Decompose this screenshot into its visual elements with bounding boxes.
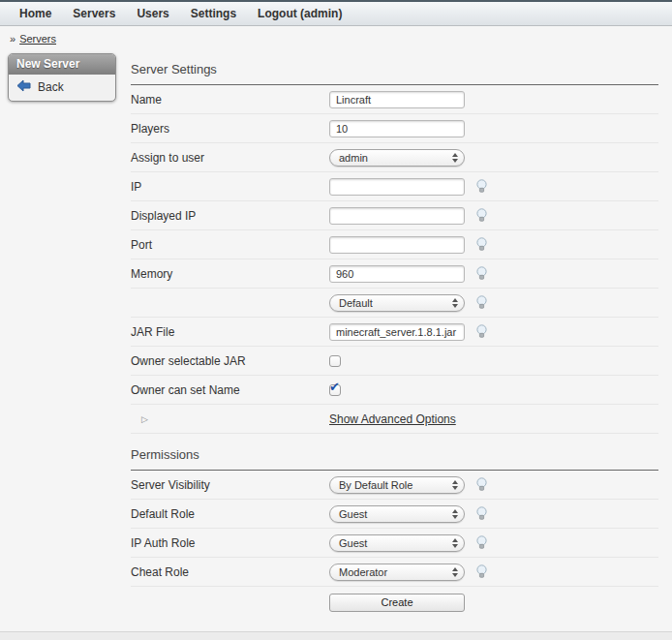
ip-input[interactable] [329, 178, 465, 196]
jar-file-label: JAR File [131, 325, 329, 339]
sidebar-back-label: Back [38, 80, 64, 94]
jar-file-help-lightbulb-icon[interactable] [475, 324, 488, 339]
ip-auth-role-help-lightbulb-icon[interactable] [475, 535, 488, 550]
default-role-select[interactable]: Guest [329, 505, 465, 523]
top-navbar: Home Servers Users Settings Logout (admi… [0, 0, 672, 26]
jar-file-input[interactable] [329, 323, 465, 341]
row-cheat-role: Cheat Role Moderator [131, 558, 658, 587]
row-assign-user: Assign to user admin [131, 143, 658, 172]
bottom-strip [0, 631, 672, 640]
jar-type-help-lightbulb-icon[interactable] [475, 295, 488, 310]
row-memory: Memory [131, 259, 658, 289]
owner-can-set-name-label: Owner can set Name [131, 383, 329, 397]
row-advanced-options: ▷ Show Advanced Options [131, 405, 658, 434]
nav-item-settings[interactable]: Settings [180, 7, 247, 20]
displayed-ip-input[interactable] [329, 207, 465, 225]
sidebar: New Server Back [0, 48, 131, 618]
owner-selectable-jar-checkbox[interactable] [329, 355, 341, 367]
memory-help-lightbulb-icon[interactable] [475, 266, 488, 281]
assign-user-label: Assign to user [131, 151, 329, 165]
ip-auth-role-label: IP Auth Role [131, 536, 329, 550]
row-players: Players [131, 114, 658, 143]
jar-type-selected-value: Default [339, 297, 452, 309]
server-visibility-help-lightbulb-icon[interactable] [475, 477, 488, 492]
owner-selectable-jar-label: Owner selectable JAR [131, 354, 329, 368]
disclosure-triangle-icon[interactable]: ▷ [131, 414, 329, 424]
jar-type-select[interactable]: Default [329, 294, 465, 312]
server-settings-heading: Server Settings [131, 62, 658, 76]
ip-label: IP [131, 180, 329, 194]
memory-input[interactable] [329, 265, 465, 283]
displayed-ip-label: Displayed IP [131, 209, 329, 223]
nav-item-logout[interactable]: Logout (admin) [247, 7, 352, 20]
default-role-help-lightbulb-icon[interactable] [475, 506, 488, 521]
nav-item-servers[interactable]: Servers [62, 7, 126, 20]
row-owner-selectable-jar: Owner selectable JAR [131, 347, 658, 376]
select-arrows-icon [452, 480, 458, 490]
port-help-lightbulb-icon[interactable] [475, 237, 488, 252]
port-input[interactable] [329, 236, 465, 254]
assign-user-selected-value: admin [339, 152, 452, 164]
ip-auth-role-select[interactable]: Guest [329, 534, 465, 552]
assign-user-select[interactable]: admin [329, 149, 465, 167]
row-ip: IP [131, 172, 658, 201]
main-content: Server Settings Name Players Assign to u… [131, 48, 672, 618]
row-owner-can-set-name: Owner can set Name ✔ [131, 376, 658, 405]
sidebar-back-button[interactable]: Back [9, 75, 115, 101]
row-ip-auth-role: IP Auth Role Guest [131, 529, 658, 558]
row-default-role: Default Role Guest [131, 500, 658, 529]
select-arrows-icon [452, 298, 458, 308]
owner-can-set-name-checkbox[interactable]: ✔ [329, 384, 341, 396]
cheat-role-label: Cheat Role [131, 565, 329, 579]
breadcrumb: »Servers [0, 26, 672, 48]
select-arrows-icon [452, 567, 458, 577]
permissions-heading: Permissions [131, 447, 658, 462]
show-advanced-options-link[interactable]: Show Advanced Options [329, 412, 456, 426]
nav-item-users[interactable]: Users [126, 7, 179, 20]
back-arrow-icon [16, 79, 31, 95]
cheat-role-help-lightbulb-icon[interactable] [475, 564, 488, 579]
select-arrows-icon [452, 509, 458, 519]
port-label: Port [131, 238, 329, 252]
sidebar-title: New Server [9, 54, 115, 75]
checkmark-icon: ✔ [329, 380, 340, 394]
row-port: Port [131, 230, 658, 259]
row-jar-file: JAR File [131, 318, 658, 347]
row-server-visibility: Server Visibility By Default Role [131, 471, 658, 500]
row-displayed-ip: Displayed IP [131, 201, 658, 230]
players-label: Players [131, 122, 329, 136]
select-arrows-icon [452, 538, 458, 548]
row-create: Create [131, 587, 658, 618]
row-name: Name [131, 85, 658, 114]
nav-item-home[interactable]: Home [9, 7, 62, 20]
breadcrumb-servers-link[interactable]: Servers [19, 33, 56, 45]
memory-label: Memory [131, 267, 329, 281]
breadcrumb-marker-icon: » [10, 33, 15, 45]
players-input[interactable] [329, 120, 465, 137]
displayed-ip-help-lightbulb-icon[interactable] [475, 208, 488, 223]
cheat-role-selected-value: Moderator [339, 566, 452, 578]
default-role-selected-value: Guest [339, 508, 452, 520]
server-visibility-label: Server Visibility [131, 478, 329, 492]
name-label: Name [131, 93, 329, 107]
create-button[interactable]: Create [329, 594, 465, 612]
server-visibility-selected-value: By Default Role [339, 479, 452, 491]
server-visibility-select[interactable]: By Default Role [329, 476, 465, 494]
cheat-role-select[interactable]: Moderator [329, 564, 465, 581]
default-role-label: Default Role [131, 507, 329, 521]
ip-auth-role-selected-value: Guest [339, 537, 452, 549]
ip-help-lightbulb-icon[interactable] [475, 179, 488, 194]
sidebar-menu-box: New Server Back [8, 53, 116, 102]
row-jar-type: Default [131, 289, 658, 318]
select-arrows-icon [452, 153, 458, 163]
name-input[interactable] [329, 91, 465, 108]
